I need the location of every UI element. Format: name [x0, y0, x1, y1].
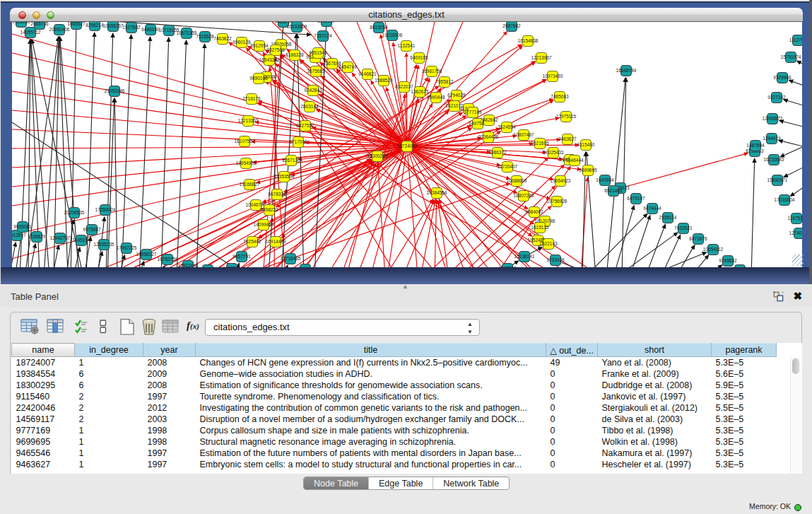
- svg-text:1588520: 1588520: [375, 78, 393, 83]
- svg-text:9474444: 9474444: [643, 206, 661, 211]
- svg-text:6794028: 6794028: [447, 93, 466, 98]
- svg-text:16914479: 16914479: [266, 239, 286, 244]
- svg-text:9084067: 9084067: [525, 209, 543, 214]
- svg-text:17359924: 17359924: [95, 207, 116, 212]
- svg-text:9346444: 9346444: [565, 158, 584, 163]
- svg-text:3624554: 3624554: [498, 124, 516, 129]
- svg-text:6479197: 6479197: [627, 196, 645, 201]
- svg-text:9242258: 9242258: [498, 266, 517, 267]
- svg-text:10958127: 10958127: [136, 252, 157, 257]
- svg-text:9657791: 9657791: [233, 254, 251, 259]
- svg-text:10025433: 10025433: [543, 150, 564, 155]
- svg-text:14055712: 14055712: [20, 30, 41, 35]
- svg-text:9329966: 9329966: [773, 75, 792, 80]
- svg-text:15136141: 15136141: [514, 254, 535, 259]
- svg-text:7955812: 7955812: [435, 79, 454, 84]
- svg-text:16543362: 16543362: [259, 57, 280, 62]
- svg-text:1487594: 1487594: [746, 143, 765, 148]
- svg-text:2935114: 2935114: [659, 215, 677, 220]
- svg-text:20364436: 20364436: [478, 134, 499, 139]
- svg-text:7463822: 7463822: [213, 36, 232, 41]
- svg-text:20691406: 20691406: [49, 27, 70, 32]
- svg-text:16648784: 16648784: [616, 68, 637, 73]
- svg-text:12505135: 12505135: [94, 242, 114, 247]
- svg-text:3913507: 3913507: [12, 233, 26, 238]
- svg-text:8296214: 8296214: [86, 23, 104, 28]
- svg-text:9351546: 9351546: [309, 50, 327, 55]
- svg-text:12353594: 12353594: [274, 174, 295, 179]
- svg-text:8912954: 8912954: [250, 43, 269, 48]
- svg-text:9890168: 9890168: [249, 76, 268, 81]
- svg-text:15716485: 15716485: [281, 256, 301, 261]
- svg-text:1244419: 1244419: [763, 136, 781, 141]
- svg-text:8813054: 8813054: [370, 25, 388, 30]
- svg-text:1527602: 1527602: [122, 25, 141, 30]
- svg-text:12093872: 12093872: [763, 116, 783, 121]
- svg-text:19654925: 19654925: [236, 160, 257, 165]
- svg-text:9777169: 9777169: [464, 110, 482, 115]
- svg-text:17016504: 17016504: [775, 197, 795, 202]
- svg-text:9699695: 9699695: [579, 168, 597, 173]
- svg-text:1167533: 1167533: [788, 216, 802, 221]
- svg-text:8632037: 8632037: [317, 22, 336, 23]
- svg-text:1615132: 1615132: [531, 225, 549, 230]
- svg-text:1362615: 1362615: [411, 89, 429, 94]
- svg-text:8186328: 8186328: [286, 52, 304, 57]
- svg-text:9242843: 9242843: [304, 88, 322, 93]
- svg-text:15751074: 15751074: [781, 54, 801, 59]
- svg-text:1145194: 1145194: [73, 238, 90, 243]
- svg-text:12213967: 12213967: [531, 55, 552, 60]
- svg-text:7625402: 7625402: [243, 239, 261, 244]
- svg-text:12975115: 12975115: [556, 114, 577, 119]
- svg-text:9146821: 9146821: [358, 71, 377, 76]
- svg-text:17957225: 17957225: [117, 245, 137, 250]
- svg-text:2803144: 2803144: [300, 104, 319, 109]
- svg-text:8921463: 8921463: [604, 188, 623, 193]
- svg-text:19654923: 19654923: [551, 178, 571, 183]
- svg-text:10655267: 10655267: [103, 23, 124, 28]
- svg-text:8471676: 8471676: [689, 236, 707, 241]
- svg-text:9227342: 9227342: [767, 95, 786, 100]
- svg-text:12923448: 12923448: [178, 263, 199, 267]
- svg-text:9115460: 9115460: [577, 142, 595, 147]
- svg-text:10807487: 10807487: [514, 132, 534, 137]
- svg-text:7632621: 7632621: [674, 226, 693, 230]
- svg-text:16782759: 16782759: [158, 257, 178, 262]
- svg-text:7462662: 7462662: [480, 117, 498, 122]
- svg-text:10688609: 10688609: [507, 178, 527, 183]
- svg-text:12213363: 12213363: [238, 118, 259, 123]
- svg-text:9827503: 9827503: [266, 47, 285, 52]
- svg-text:7515528: 7515528: [196, 34, 214, 39]
- svg-text:9935061: 9935061: [13, 224, 32, 229]
- svg-text:7485063: 7485063: [551, 94, 569, 99]
- svg-text:7986372: 7986372: [488, 150, 507, 155]
- svg-text:15300215: 15300215: [367, 153, 388, 158]
- svg-text:2065736: 2065736: [30, 22, 49, 26]
- svg-text:16154838: 16154838: [518, 38, 539, 43]
- svg-text:1112754: 1112754: [789, 37, 802, 42]
- svg-text:9621605: 9621605: [531, 141, 549, 146]
- svg-text:9935061: 9935061: [12, 22, 30, 24]
- svg-text:6409105: 6409105: [410, 55, 428, 60]
- svg-text:19384554: 19384554: [427, 190, 447, 195]
- svg-text:16107553: 16107553: [235, 139, 255, 144]
- svg-text:1132541: 1132541: [398, 43, 416, 48]
- svg-text:9960128: 9960128: [233, 40, 251, 45]
- svg-text:8678334: 8678334: [268, 192, 286, 197]
- svg-text:9463627: 9463627: [558, 136, 577, 141]
- svg-text:16210643: 16210643: [764, 157, 784, 162]
- svg-text:8322037: 8322037: [395, 84, 413, 89]
- svg-text:12942737: 12942737: [50, 235, 71, 240]
- svg-text:10973493: 10973493: [543, 74, 563, 78]
- svg-text:8990448: 8990448: [427, 95, 445, 100]
- svg-text:2718176: 2718176: [242, 96, 261, 101]
- svg-text:18724007: 18724007: [397, 144, 418, 148]
- svg-text:19218506: 19218506: [382, 33, 403, 37]
- svg-text:12740345: 12740345: [789, 230, 802, 235]
- svg-text:1733426: 1733426: [546, 257, 565, 262]
- svg-text:10046736: 10046736: [246, 202, 266, 207]
- svg-text:9657791: 9657791: [223, 266, 241, 267]
- svg-text:9975887: 9975887: [83, 227, 101, 232]
- svg-text:20206535: 20206535: [64, 210, 85, 215]
- svg-text:16671355: 16671355: [177, 30, 197, 35]
